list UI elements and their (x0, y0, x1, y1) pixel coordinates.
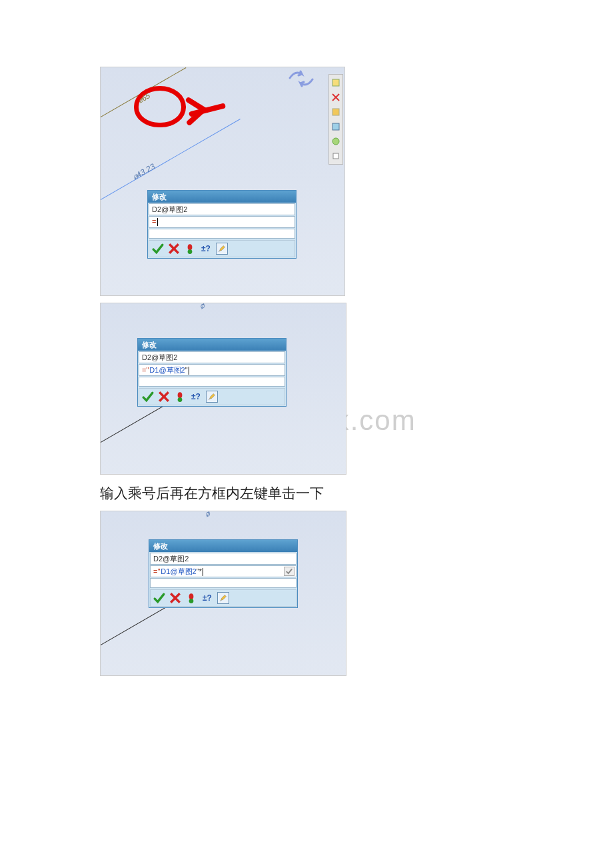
toolbar-button-1[interactable] (329, 76, 342, 89)
expression-field[interactable]: ="D1@草图2" (139, 364, 285, 376)
dialog-title: 修改 (148, 191, 296, 203)
svg-rect-0 (332, 79, 339, 86)
screenshot-1: ⌀65 ⌀43.23 修改 D2@草图2 = ±? (100, 67, 345, 296)
toolbar-button-3[interactable] (329, 105, 342, 119)
svg-rect-6 (333, 153, 338, 159)
edit-icon[interactable] (216, 243, 228, 255)
svg-line-16 (209, 399, 210, 400)
ok-icon[interactable] (152, 243, 164, 255)
ok-icon[interactable] (153, 592, 165, 604)
screenshot-3: ⌀ 修改 D2@草图2 ="D1@草图2"* ±? (100, 511, 346, 676)
dialog-button-row: ±? (149, 240, 295, 257)
cancel-icon[interactable] (169, 592, 181, 604)
expression-field[interactable]: ="D1@草图2"* (150, 565, 297, 577)
rotate-arrows-icon (287, 69, 315, 87)
annotation-circle (134, 86, 186, 127)
rebuild-icon[interactable] (185, 592, 197, 604)
svg-line-21 (221, 601, 221, 601)
plus-minus-icon[interactable]: ±? (200, 243, 212, 255)
edit-icon[interactable] (217, 592, 229, 604)
result-field (150, 578, 297, 588)
close-icon[interactable] (329, 91, 342, 104)
confirm-expression-icon[interactable] (284, 567, 295, 576)
svg-line-11 (219, 251, 220, 252)
modify-dialog: 修改 D2@草图2 = ±? (147, 190, 297, 259)
dimension-label: ⌀ (203, 511, 211, 519)
cancel-icon[interactable] (168, 243, 180, 255)
screenshot-2: ⌀ 修改 D2@草图2 ="D1@草图2" ±? (100, 303, 346, 475)
result-field (139, 377, 285, 387)
dimension-label-d2[interactable]: ⌀43.23 (131, 161, 157, 182)
toolbar-button-5[interactable] (329, 135, 342, 148)
dialog-title: 修改 (138, 339, 286, 351)
svg-point-10 (188, 249, 193, 254)
modify-dialog: 修改 D2@草图2 ="D1@草图2" ±? (137, 338, 287, 407)
svg-point-9 (188, 244, 193, 250)
dimension-label: ⌀ (197, 303, 206, 311)
rebuild-icon[interactable] (184, 243, 196, 255)
dimension-name-field[interactable]: D2@草图2 (150, 553, 297, 565)
side-toolbar (328, 74, 343, 165)
edit-icon[interactable] (206, 391, 218, 403)
svg-rect-3 (332, 109, 339, 115)
instruction-text: 输入乘号后再在方框内左键单击一下 (100, 484, 513, 503)
dialog-title: 修改 (149, 540, 297, 552)
dialog-button-row: ±? (150, 589, 297, 607)
toolbar-button-4[interactable] (329, 120, 342, 133)
result-field (149, 229, 295, 239)
dimension-name-field[interactable]: D2@草图2 (139, 351, 285, 363)
dimension-name-field[interactable]: D2@草图2 (149, 203, 295, 215)
dialog-button-row: ±? (139, 388, 285, 405)
ok-icon[interactable] (142, 391, 154, 403)
modify-dialog: 修改 D2@草图2 ="D1@草图2"* ±? (149, 539, 298, 608)
annotation-arrow (189, 107, 226, 113)
svg-rect-4 (332, 123, 339, 130)
svg-point-5 (332, 138, 339, 145)
svg-point-20 (189, 599, 194, 603)
svg-point-19 (189, 593, 194, 599)
expression-field[interactable]: = (149, 216, 295, 228)
plus-minus-icon[interactable]: ±? (190, 391, 202, 403)
rebuild-icon[interactable] (174, 391, 186, 403)
plus-minus-icon[interactable]: ±? (201, 592, 213, 604)
toolbar-button-6[interactable] (329, 149, 342, 163)
svg-point-15 (178, 397, 183, 402)
cancel-icon[interactable] (158, 391, 170, 403)
svg-point-14 (178, 392, 183, 398)
document-content: ⌀65 ⌀43.23 修改 D2@草图2 = ±? ⌀ 修改 D2@草图2 ="… (0, 0, 613, 676)
